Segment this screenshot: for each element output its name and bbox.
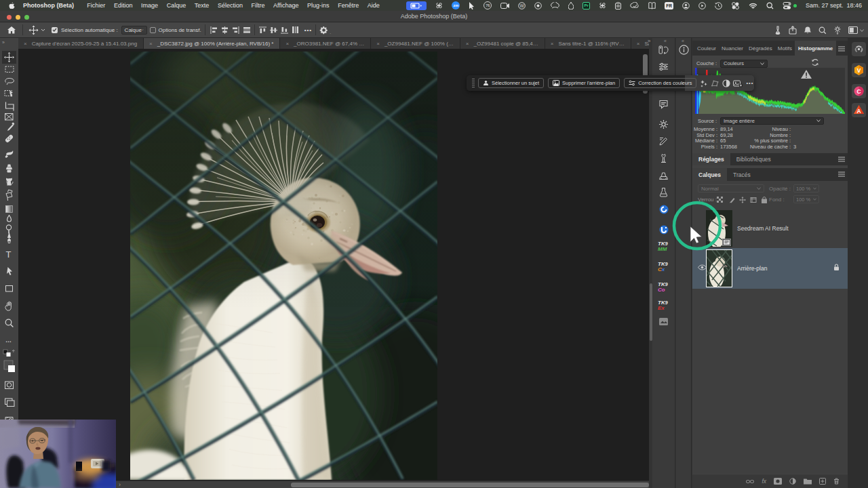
svg-text:T: T [6,249,12,260]
svg-text:W: W [520,3,525,7]
svg-text:C: C [856,88,861,95]
svg-text:A: A [856,108,861,115]
svg-text:…: … [5,337,12,344]
svg-text:»: » [2,40,5,45]
svg-text:V: V [857,67,861,74]
